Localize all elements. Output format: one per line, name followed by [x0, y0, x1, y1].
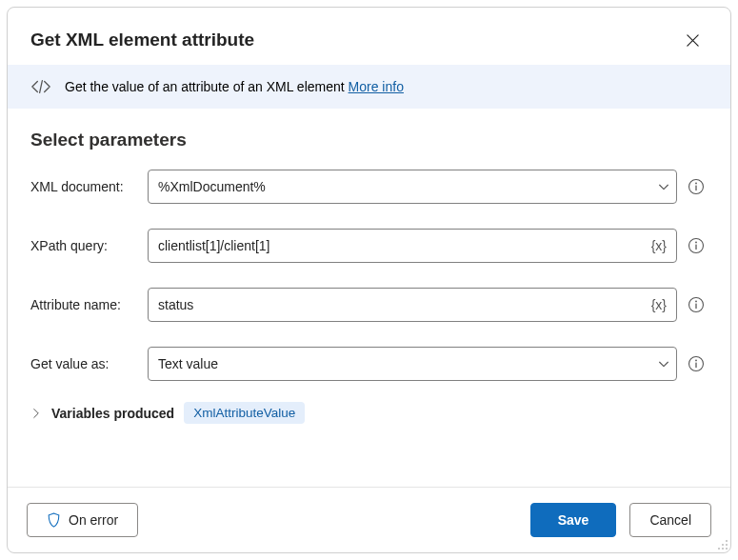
resize-grip-icon[interactable] — [715, 537, 728, 550]
footer-right: Save Cancel — [530, 503, 711, 537]
svg-rect-12 — [695, 363, 696, 368]
svg-rect-9 — [695, 304, 696, 309]
svg-point-16 — [718, 548, 720, 550]
dialog: Get XML element attribute Get the value … — [7, 7, 731, 553]
chevron-down-icon — [657, 180, 670, 193]
svg-point-11 — [695, 360, 697, 362]
row-xml-document: XML document: %XmlDocument% — [30, 170, 708, 204]
svg-point-8 — [695, 301, 697, 303]
svg-point-17 — [722, 548, 724, 550]
variable-pill[interactable]: XmlAttributeValue — [184, 402, 305, 424]
help-icon[interactable] — [685, 352, 708, 375]
close-icon — [686, 33, 700, 48]
input-xpath-query[interactable]: clientlist[1]/client[1] {x} — [148, 229, 677, 263]
help-icon[interactable] — [685, 175, 708, 198]
svg-point-5 — [695, 242, 697, 244]
label-get-value-as: Get value as: — [30, 356, 140, 371]
on-error-button[interactable]: On error — [27, 503, 138, 537]
help-icon[interactable] — [685, 293, 708, 316]
cancel-label: Cancel — [649, 512, 691, 528]
chevron-down-icon — [657, 357, 670, 370]
label-xpath-query: XPath query: — [30, 238, 140, 253]
row-attribute-name: Attribute name: status {x} — [30, 288, 708, 322]
input-xml-document[interactable]: %XmlDocument% — [148, 170, 677, 204]
shield-icon — [47, 512, 61, 528]
value-xpath-query: clientlist[1]/client[1] — [158, 238, 651, 253]
row-get-value-as: Get value as: Text value — [30, 347, 708, 381]
help-icon[interactable] — [685, 234, 708, 257]
dialog-header: Get XML element attribute — [8, 8, 730, 65]
row-xpath-query: XPath query: clientlist[1]/client[1] {x} — [30, 229, 708, 263]
value-get-value-as: Text value — [158, 356, 657, 371]
label-attribute-name: Attribute name: — [30, 297, 140, 312]
info-strip: Get the value of an attribute of an XML … — [8, 65, 730, 109]
svg-rect-6 — [695, 245, 696, 250]
more-info-link[interactable]: More info — [349, 79, 404, 94]
section-title: Select parameters — [30, 130, 708, 150]
svg-line-0 — [40, 81, 43, 93]
close-button[interactable] — [677, 25, 708, 55]
svg-point-13 — [726, 540, 728, 542]
value-attribute-name: status — [158, 297, 651, 312]
dialog-footer: On error Save Cancel — [8, 487, 730, 552]
svg-point-18 — [726, 548, 728, 550]
cancel-button[interactable]: Cancel — [629, 503, 711, 537]
input-attribute-name[interactable]: status {x} — [148, 288, 677, 322]
svg-rect-3 — [695, 186, 696, 190]
label-xml-document: XML document: — [30, 179, 140, 194]
dialog-body: Select parameters XML document: %XmlDocu… — [8, 109, 730, 487]
variables-produced-label: Variables produced — [51, 406, 174, 421]
select-get-value-as[interactable]: Text value — [148, 347, 677, 381]
info-text: Get the value of an attribute of an XML … — [65, 79, 404, 94]
code-icon — [30, 78, 51, 95]
dialog-title: Get XML element attribute — [30, 30, 254, 50]
svg-point-14 — [722, 544, 724, 546]
variable-picker-icon[interactable]: {x} — [651, 238, 667, 253]
info-text-content: Get the value of an attribute of an XML … — [65, 79, 345, 94]
save-label: Save — [558, 512, 589, 528]
svg-point-15 — [726, 544, 728, 546]
variables-produced-row[interactable]: Variables produced XmlAttributeValue — [30, 402, 708, 428]
svg-point-2 — [695, 183, 697, 185]
save-button[interactable]: Save — [530, 503, 617, 537]
on-error-label: On error — [69, 512, 118, 528]
variable-picker-icon[interactable]: {x} — [651, 297, 667, 312]
value-xml-document: %XmlDocument% — [158, 179, 657, 194]
chevron-right-icon — [30, 408, 42, 419]
